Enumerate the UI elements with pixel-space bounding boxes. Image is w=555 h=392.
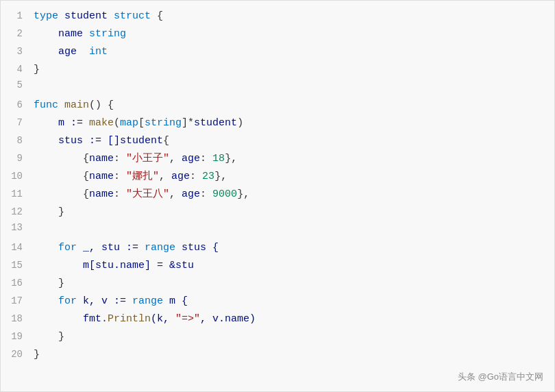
line-number: 11 xyxy=(1,188,34,199)
line-number: 2 xyxy=(1,28,34,39)
line-number: 18 xyxy=(1,313,34,324)
watermark: 头条 @Go语言中文网 xyxy=(458,371,543,383)
code-line: 19 } xyxy=(1,328,554,346)
code-line: 2 name string xyxy=(1,25,554,43)
line-content: } xyxy=(34,204,554,221)
code-line: 3 age int xyxy=(1,43,554,61)
line-content: } xyxy=(34,347,554,363)
code-line: 11 {name: "大王八", age: 9000}, xyxy=(1,186,554,204)
code-line: 18 fmt.Println(k, "=>", v.name) xyxy=(1,310,554,328)
line-content: type student struct { xyxy=(34,8,554,25)
code-line: 9 {name: "小王子", age: 18}, xyxy=(1,150,554,168)
line-number: 6 xyxy=(1,99,34,110)
line-number: 7 xyxy=(1,117,34,128)
code-line: 15 m[stu.name] = &stu xyxy=(1,257,554,275)
line-content: {name: "娜扎", age: 23}, xyxy=(34,169,554,185)
line-content: for k, v := range m { xyxy=(34,293,554,310)
line-content: name string xyxy=(34,26,554,42)
line-number: 9 xyxy=(1,153,34,164)
line-number: 14 xyxy=(1,242,34,253)
line-content: fmt.Println(k, "=>", v.name) xyxy=(34,311,554,328)
code-line: 13 xyxy=(1,221,554,239)
code-line: 10 {name: "娜扎", age: 23}, xyxy=(1,168,554,186)
line-number: 20 xyxy=(1,349,34,360)
line-content: } xyxy=(34,329,554,345)
code-line: 1type student struct { xyxy=(1,8,554,25)
line-number: 17 xyxy=(1,295,34,306)
code-line: 14 for _, stu := range stus { xyxy=(1,239,554,257)
line-number: 1 xyxy=(1,10,34,21)
line-number: 3 xyxy=(1,46,34,57)
code-container: 1type student struct {2 name string3 age… xyxy=(0,0,555,392)
line-content: func main() { xyxy=(34,97,554,114)
code-line: 5 xyxy=(1,79,554,97)
code-line: 7 m := make(map[string]*student) xyxy=(1,114,554,132)
line-content: stus := []student{ xyxy=(34,133,554,149)
code-line: 4} xyxy=(1,61,554,79)
code-line: 12 } xyxy=(1,204,554,221)
line-content: } xyxy=(34,275,554,292)
line-content: m := make(map[string]*student) xyxy=(34,115,554,132)
line-number: 16 xyxy=(1,278,34,289)
line-number: 15 xyxy=(1,260,34,271)
code-line: 16 } xyxy=(1,275,554,293)
line-content: {name: "小王子", age: 18}, xyxy=(34,151,554,167)
line-number: 10 xyxy=(1,171,34,182)
line-content: {name: "大王八", age: 9000}, xyxy=(34,186,554,203)
line-content: for _, stu := range stus { xyxy=(34,240,554,256)
code-line: 6func main() { xyxy=(1,97,554,114)
code-line: 20} xyxy=(1,346,554,364)
line-number: 12 xyxy=(1,206,34,217)
code-line: 8 stus := []student{ xyxy=(1,132,554,150)
line-number: 4 xyxy=(1,64,34,75)
line-number: 8 xyxy=(1,135,34,146)
line-content: age int xyxy=(34,44,554,60)
line-number: 19 xyxy=(1,331,34,342)
line-number: 13 xyxy=(1,222,34,233)
code-line: 17 for k, v := range m { xyxy=(1,293,554,310)
line-content: } xyxy=(34,62,554,78)
line-number: 5 xyxy=(1,79,34,90)
line-content: m[stu.name] = &stu xyxy=(34,258,554,274)
